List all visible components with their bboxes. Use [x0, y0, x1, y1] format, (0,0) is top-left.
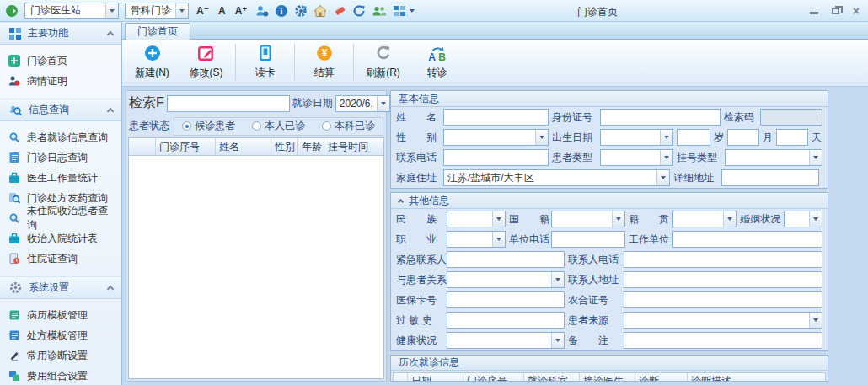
occupation-select[interactable] [447, 231, 506, 248]
tab-outpatient-home[interactable]: 门诊首页 [125, 23, 190, 40]
column-header[interactable]: 就诊科室 [524, 373, 580, 382]
rural-cert-input[interactable] [624, 291, 822, 308]
insurance-card-input[interactable] [447, 291, 565, 308]
sidebar-item-outpatient-home[interactable]: 门诊首页 [0, 51, 121, 71]
radio-waiting-patients[interactable]: 候诊患者 [182, 119, 235, 133]
other-info-header[interactable]: 其他信息 [391, 193, 828, 209]
column-header[interactable]: 性别 [271, 138, 298, 155]
user-settings-icon[interactable] [255, 4, 269, 18]
sidebar-item-doctor-workload-stats[interactable]: 医生工作量统计 [0, 168, 121, 188]
close-button[interactable]: × [853, 7, 860, 15]
chevron-down-icon[interactable] [492, 211, 505, 227]
native-place-select[interactable] [672, 211, 737, 227]
sidebar-item-common-diagnosis-settings[interactable]: 常用诊断设置 [0, 345, 121, 366]
font-increase-button[interactable]: A⁺ [233, 5, 249, 17]
font-normal-button[interactable]: A [217, 5, 228, 17]
patient-type-select[interactable] [600, 149, 673, 166]
id-number-input[interactable] [600, 109, 721, 126]
age-days-input[interactable] [776, 129, 808, 146]
chevron-down-icon[interactable] [809, 313, 822, 328]
home-icon[interactable] [313, 4, 327, 18]
column-header[interactable]: 日期 [408, 373, 463, 382]
nationality-select[interactable] [551, 211, 625, 227]
age-years-input[interactable] [677, 129, 710, 146]
new-button[interactable]: 新建(N) [126, 44, 179, 80]
gear-icon[interactable] [294, 4, 308, 18]
sidebar-item-fee-combo-settings[interactable]: 费用组合设置 [0, 366, 121, 385]
patient-table-body[interactable] [129, 156, 383, 378]
sidebar-section-main-functions[interactable]: 主要功能 [0, 22, 121, 45]
chevron-down-icon[interactable] [656, 170, 669, 185]
health-status-select[interactable] [447, 332, 565, 349]
chevron-down-icon[interactable] [612, 211, 624, 227]
age-months-input[interactable] [727, 129, 759, 146]
sidebar-section-info-query[interactable]: 信息查询 [0, 99, 121, 121]
eraser-icon[interactable] [333, 4, 346, 18]
column-header[interactable]: 门诊序号 [463, 373, 524, 382]
visit-date-select[interactable]: 2020/6, [335, 95, 390, 112]
users-icon[interactable] [372, 4, 387, 18]
contact-phone-input[interactable] [443, 149, 549, 166]
home-address-select[interactable]: 江苏/盐城市/大丰区 [443, 169, 670, 186]
sidebar-item-patient-visit-query[interactable]: 患者就诊信息查询 [0, 127, 121, 147]
sidebar-item-illness-certificate[interactable]: 病情证明 [0, 71, 121, 91]
selector-column-header[interactable] [394, 373, 408, 382]
chevron-down-icon[interactable] [723, 211, 736, 227]
info-icon[interactable]: i [275, 4, 288, 18]
relation-select[interactable] [447, 271, 565, 288]
chevron-down-icon[interactable] [660, 130, 672, 145]
allergy-input[interactable] [447, 312, 565, 329]
chevron-down-icon[interactable] [492, 232, 505, 247]
chevron-down-icon[interactable] [809, 150, 822, 165]
radio-seen-by-me[interactable]: 本人已诊 [252, 119, 305, 133]
chevron-down-icon[interactable] [551, 333, 564, 348]
name-input[interactable] [443, 109, 549, 126]
workplace-input[interactable] [672, 231, 822, 248]
restore-button[interactable] [832, 8, 839, 14]
sidebar-item-outpatient-log-query[interactable]: 门诊日志查询 [0, 147, 121, 168]
column-header[interactable]: 诊断描述 [688, 373, 825, 382]
chevron-down-icon[interactable] [105, 3, 118, 18]
ethnicity-select[interactable] [447, 211, 506, 227]
chevron-down-icon[interactable] [535, 130, 548, 145]
column-header[interactable]: 接诊医生 [580, 373, 635, 382]
contact-phone-input[interactable] [624, 251, 822, 268]
gender-select[interactable] [443, 129, 549, 146]
birth-date-select[interactable] [600, 129, 673, 146]
chevron-down-icon[interactable] [809, 211, 822, 227]
marital-status-select[interactable] [784, 211, 822, 227]
sidebar-item-hospitalization-cert-query[interactable]: 住院证查询 [0, 249, 121, 269]
minimize-button[interactable] [810, 8, 818, 14]
column-header[interactable]: 年龄 [298, 138, 324, 155]
sidebar-section-system-settings[interactable]: 系统设置 [0, 276, 121, 299]
font-decrease-button[interactable]: A⁻ [195, 5, 211, 17]
column-header[interactable]: 诊断 [635, 373, 688, 382]
radio-seen-by-dept[interactable]: 本科已诊 [322, 119, 375, 133]
remark-input[interactable] [624, 332, 822, 349]
contact-address-input[interactable] [624, 271, 822, 288]
transfer-button[interactable]: AB 转诊 [410, 44, 463, 80]
layout-icon[interactable] [393, 4, 415, 18]
read-card-button[interactable]: 读卡 [238, 44, 292, 80]
search-input[interactable] [167, 95, 290, 112]
selector-column-header[interactable] [129, 138, 156, 155]
chevron-down-icon[interactable] [175, 3, 188, 18]
column-header[interactable]: 门诊序号 [156, 138, 216, 155]
reg-type-select[interactable] [725, 149, 822, 166]
refresh-icon[interactable] [352, 4, 366, 18]
modify-button[interactable]: 修改(S) [179, 44, 233, 80]
work-phone-input[interactable] [551, 231, 625, 248]
column-header[interactable]: 挂号时间 [324, 138, 383, 155]
address-detail-input[interactable] [721, 169, 819, 186]
chevron-down-icon[interactable] [660, 150, 672, 165]
sidebar-item-medical-record-templates[interactable]: 病历模板管理 [0, 305, 121, 325]
chevron-down-icon[interactable] [551, 272, 564, 287]
clinic-module-select[interactable]: 门诊医生站 [24, 3, 119, 19]
sidebar-item-non-admitted-patient-query[interactable]: 未住院收治患者查询 [0, 208, 121, 228]
sidebar-item-prescription-templates[interactable]: 处方模板管理 [0, 325, 121, 345]
refresh-button[interactable]: 刷新(R) [356, 44, 410, 80]
patient-source-select[interactable] [624, 312, 822, 329]
emergency-contact-input[interactable] [447, 251, 565, 268]
column-header[interactable]: 姓名 [216, 138, 271, 155]
chevron-down-icon[interactable] [377, 96, 389, 111]
